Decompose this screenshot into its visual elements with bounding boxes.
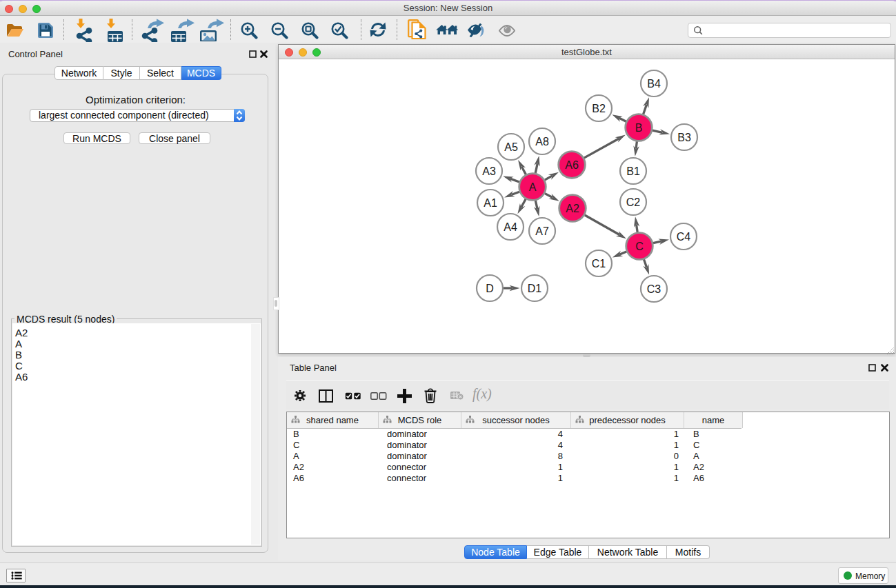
svg-text:D: D <box>486 283 494 294</box>
svg-text:A7: A7 <box>535 225 549 237</box>
svg-text:A1: A1 <box>484 197 497 209</box>
svg-text:A6: A6 <box>565 159 579 171</box>
svg-text:A3: A3 <box>482 165 496 177</box>
svg-text:C1: C1 <box>592 258 606 270</box>
svg-text:B3: B3 <box>677 132 691 143</box>
svg-text:A2: A2 <box>566 203 579 214</box>
svg-text:A4: A4 <box>504 221 517 233</box>
svg-text:C4: C4 <box>677 231 691 243</box>
svg-text:D1: D1 <box>528 283 542 294</box>
svg-text:A8: A8 <box>535 136 549 148</box>
svg-text:B1: B1 <box>626 165 640 177</box>
svg-text:A: A <box>529 181 537 193</box>
svg-text:C: C <box>635 241 644 252</box>
svg-text:A5: A5 <box>504 141 518 153</box>
svg-text:C2: C2 <box>626 196 641 208</box>
svg-text:C3: C3 <box>647 283 661 295</box>
svg-text:B2: B2 <box>592 103 606 114</box>
svg-text:B4: B4 <box>647 78 661 90</box>
svg-text:B: B <box>635 122 643 134</box>
